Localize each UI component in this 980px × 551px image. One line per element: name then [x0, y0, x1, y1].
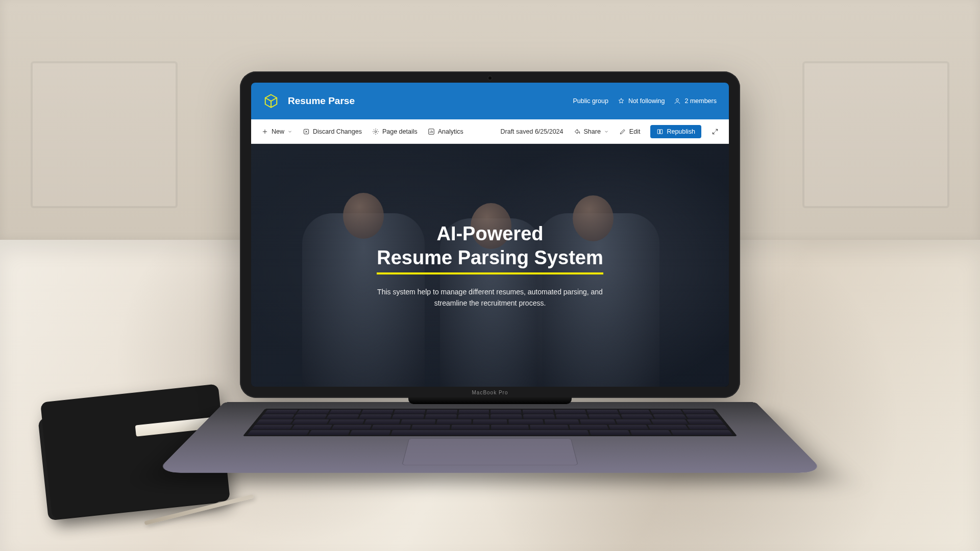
page-details-button[interactable]: Page details: [372, 128, 418, 135]
chevron-down-icon: [604, 129, 609, 134]
republish-label: Republish: [667, 128, 695, 135]
chevron-down-icon: [287, 129, 292, 134]
analytics-label: Analytics: [438, 128, 463, 135]
laptop-bezel: Resume Parse Public group Not following …: [240, 71, 740, 398]
edit-button[interactable]: Edit: [619, 128, 641, 135]
pencil-icon: [619, 128, 626, 135]
not-following-label: Not following: [628, 97, 665, 105]
laptop-hinge: [408, 397, 572, 404]
edit-label: Edit: [629, 128, 641, 135]
book-icon: [656, 128, 664, 135]
site-header: Resume Parse Public group Not following …: [251, 83, 729, 119]
share-label: Share: [584, 128, 601, 135]
hero-section: AI-Powered Resume Parsing System This sy…: [251, 144, 729, 387]
draft-saved-text: Draft saved 6/25/2024: [501, 128, 564, 135]
laptop-screen: Resume Parse Public group Not following …: [251, 83, 729, 387]
discard-changes-button[interactable]: Discard Changes: [303, 128, 362, 135]
discard-icon: [303, 128, 310, 135]
hero-title-line1: AI-Powered: [377, 222, 603, 246]
svg-point-2: [375, 131, 377, 133]
plus-icon: [261, 128, 268, 135]
trackpad: [402, 438, 578, 465]
members-label: 2 members: [684, 97, 717, 105]
page-details-label: Page details: [382, 128, 418, 135]
expand-icon: [712, 128, 719, 135]
camera-icon: [488, 77, 492, 80]
republish-button[interactable]: Republish: [650, 125, 701, 138]
members-link[interactable]: 2 members: [674, 97, 717, 105]
svg-point-0: [676, 98, 679, 101]
site-title[interactable]: Resume Parse: [288, 95, 355, 107]
discard-label: Discard Changes: [313, 128, 362, 135]
new-button[interactable]: New: [261, 128, 292, 135]
share-icon: [574, 128, 581, 135]
page-toolbar: New Discard Changes Page details Analyti…: [251, 119, 729, 144]
laptop-device: Resume Parse Public group Not following …: [240, 71, 740, 551]
laptop-base: MacBook Pro: [225, 398, 755, 551]
hero-title: AI-Powered Resume Parsing System: [377, 222, 603, 270]
keyboard: [242, 409, 737, 436]
not-following-button[interactable]: Not following: [618, 97, 665, 105]
sharepoint-app: Resume Parse Public group Not following …: [251, 83, 729, 387]
gear-icon: [372, 128, 379, 135]
analytics-icon: [428, 128, 435, 135]
public-group-link[interactable]: Public group: [573, 97, 608, 105]
hero-subtitle: This system help to manage different res…: [368, 287, 612, 309]
expand-button[interactable]: [712, 128, 719, 135]
person-icon: [674, 97, 681, 105]
hero-title-line2: Resume Parsing System: [377, 246, 603, 270]
share-button[interactable]: Share: [574, 128, 609, 135]
laptop-deck: [155, 402, 825, 473]
star-icon: [618, 97, 625, 105]
analytics-button[interactable]: Analytics: [428, 128, 463, 135]
cube-logo-icon: [263, 93, 279, 109]
new-label: New: [272, 128, 284, 135]
device-brand: MacBook Pro: [472, 390, 508, 395]
public-group-label: Public group: [573, 97, 608, 105]
